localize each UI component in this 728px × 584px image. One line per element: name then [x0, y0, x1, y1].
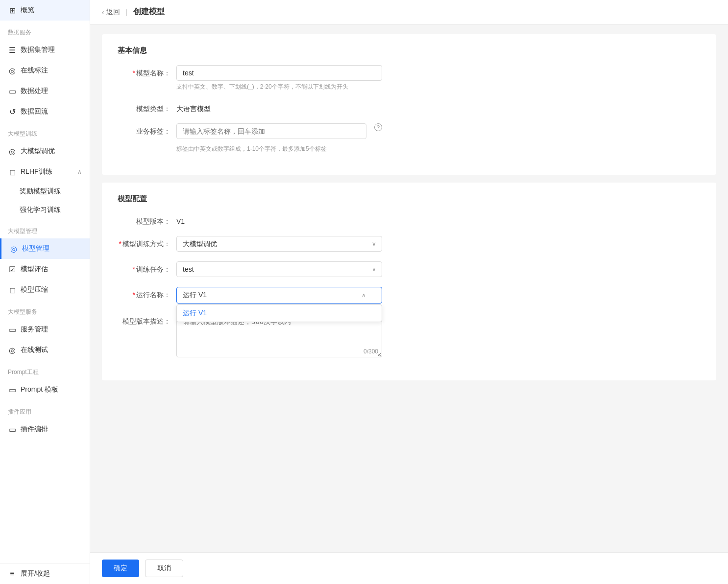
chevron-up-icon: ∧	[362, 292, 366, 299]
sidebar-sub-label: 奖励模型训练	[20, 187, 61, 195]
sidebar-item-model-finetuning[interactable]: ◎ 大模型调优	[0, 141, 90, 162]
run-name-label: 运行名称：	[118, 287, 176, 300]
business-tag-help-icon[interactable]: ?	[374, 123, 382, 131]
sidebar-item-label: 模型压缩	[21, 285, 48, 294]
training-task-label: 训练任务：	[118, 261, 176, 274]
run-name-control: 运行 V1 ∧ 运行 V1	[176, 287, 382, 304]
rlhf-icon: ◻	[8, 167, 17, 176]
back-button[interactable]: ‹ 返回	[102, 8, 120, 17]
training-task-control: test	[176, 261, 382, 277]
model-name-input[interactable]	[176, 65, 382, 81]
model-name-control: 支持中英文、数字、下划线(_)，2-20个字符，不能以下划线为开头	[176, 65, 382, 91]
sidebar-item-data-processing[interactable]: ▭ 数据处理	[0, 81, 90, 101]
large-model-management-section: 大模型管理	[0, 219, 90, 238]
run-name-option[interactable]: 运行 V1	[177, 305, 382, 322]
sidebar-item-label: 数据集管理	[21, 46, 55, 54]
sidebar-item-overview[interactable]: ⊞ 概览	[0, 0, 90, 21]
page-title: 创建模型	[133, 7, 165, 17]
model-version-desc-label: 模型版本描述：	[118, 313, 176, 326]
sidebar-sub-label: 强化学习训练	[20, 206, 61, 213]
dataset-icon: ☰	[8, 46, 17, 54]
sidebar-item-service-management[interactable]: ▭ 服务管理	[0, 319, 90, 340]
run-name-selected: 运行 V1	[183, 291, 207, 300]
model-type-label: 模型类型：	[118, 101, 176, 114]
model-evaluation-icon: ☑	[8, 265, 17, 274]
prompt-section: Prompt工程	[0, 360, 90, 379]
model-version-value: V1	[176, 213, 185, 225]
training-task-row: 训练任务： test	[118, 261, 701, 277]
model-name-label: 模型名称：	[118, 65, 176, 78]
service-management-icon: ▭	[8, 325, 17, 334]
footer-bar: 确定 取消	[90, 552, 728, 584]
model-finetuning-icon: ◎	[8, 147, 17, 156]
sidebar-item-rlhf[interactable]: ◻ RLHF训练 ∧	[0, 162, 90, 182]
sidebar-item-online-test[interactable]: ◎ 在线测试	[0, 340, 90, 360]
training-task-select[interactable]: test	[176, 261, 382, 277]
sidebar-item-label: 数据处理	[21, 87, 48, 95]
sidebar-item-model-evaluation[interactable]: ☑ 模型评估	[0, 259, 90, 280]
sidebar-item-annotation[interactable]: ◎ 在线标注	[0, 60, 90, 81]
business-tag-label: 业务标签：	[118, 123, 176, 136]
sidebar: ⊞ 概览 数据服务 ☰ 数据集管理 ◎ 在线标注 ▭ 数据处理 ↺ 数据回流 大…	[0, 0, 90, 584]
business-tag-hint-row: 标签由中英文或数字组成，1-10个字符，最多添加5个标签	[118, 143, 701, 153]
sidebar-item-label: 模型评估	[21, 265, 48, 274]
sidebar-item-label: 展开/收起	[21, 569, 50, 578]
sidebar-item-reinforcement[interactable]: 强化学习训练	[0, 201, 90, 219]
data-service-section: 数据服务	[0, 21, 90, 40]
header-divider: |	[126, 8, 128, 16]
model-management-icon: ◎	[9, 244, 18, 253]
training-method-select[interactable]: 大模型调优	[176, 236, 382, 252]
sidebar-item-label: 插件编排	[21, 425, 48, 434]
sidebar-item-reward-model[interactable]: 奖励模型训练	[0, 182, 90, 201]
model-compression-icon: ◻	[8, 285, 17, 294]
run-name-dropdown-menu: 运行 V1	[176, 304, 382, 322]
run-name-row: 运行名称： 运行 V1 ∧ 运行 V1	[118, 287, 701, 304]
cancel-button[interactable]: 取消	[145, 560, 183, 577]
main-area: ‹ 返回 | 创建模型 基本信息 模型名称： 支持中英文、数字、下划线(_)，2…	[90, 0, 728, 584]
model-version-row: 模型版本： V1	[118, 213, 701, 226]
annotation-icon: ◎	[8, 66, 17, 75]
model-config-title: 模型配置	[118, 194, 701, 204]
content-spacer	[102, 388, 716, 418]
online-test-icon: ◎	[8, 346, 17, 354]
basic-info-section: 基本信息 模型名称： 支持中英文、数字、下划线(_)，2-20个字符，不能以下划…	[102, 34, 716, 175]
sidebar-item-label: 概览	[21, 6, 34, 15]
expand-icon: ≡	[8, 569, 17, 578]
sidebar-item-dataset[interactable]: ☰ 数据集管理	[0, 40, 90, 60]
model-version-label: 模型版本：	[118, 213, 176, 226]
model-name-row: 模型名称： 支持中英文、数字、下划线(_)，2-20个字符，不能以下划线为开头	[118, 65, 701, 91]
sidebar-item-prompt-template[interactable]: ▭ Prompt 模板	[0, 379, 90, 400]
training-method-label: 模型训练方式：	[118, 236, 176, 249]
sidebar-item-data-reflux[interactable]: ↺ 数据回流	[0, 101, 90, 122]
back-label: 返回	[106, 8, 120, 17]
run-name-dropdown-trigger[interactable]: 运行 V1 ∧	[176, 287, 382, 304]
model-config-section: 模型配置 模型版本： V1 模型训练方式： 大模型调优 训练任务：	[102, 183, 716, 380]
sidebar-item-model-compression[interactable]: ◻ 模型压缩	[0, 280, 90, 300]
plugin-icon: ▭	[8, 425, 17, 434]
basic-info-title: 基本信息	[118, 46, 701, 55]
sidebar-item-model-management[interactable]: ◎ 模型管理	[0, 238, 90, 259]
model-type-value: 大语言模型	[176, 101, 211, 114]
textarea-resize-icon: ⤡	[377, 352, 381, 358]
sidebar-item-label: 模型管理	[22, 244, 49, 253]
large-model-service-section: 大模型服务	[0, 300, 90, 319]
sidebar-item-label: RLHF训练	[21, 167, 52, 176]
business-tag-input[interactable]	[176, 123, 366, 139]
business-tag-row: 业务标签： ?	[118, 123, 701, 139]
large-model-training-section: 大模型训练	[0, 122, 90, 141]
data-reflux-icon: ↺	[8, 107, 17, 116]
model-type-row: 模型类型： 大语言模型	[118, 101, 701, 114]
main-header: ‹ 返回 | 创建模型	[90, 0, 728, 24]
training-method-control: 大模型调优	[176, 236, 382, 252]
back-arrow-icon: ‹	[102, 8, 104, 16]
main-content: 基本信息 模型名称： 支持中英文、数字、下划线(_)，2-20个字符，不能以下划…	[90, 24, 728, 584]
confirm-button[interactable]: 确定	[102, 560, 139, 577]
sidebar-item-plugin-editor[interactable]: ▭ 插件编排	[0, 419, 90, 440]
data-processing-icon: ▭	[8, 87, 17, 95]
plugin-section: 插件应用	[0, 400, 90, 419]
sidebar-item-label: Prompt 模板	[21, 385, 58, 394]
overview-icon: ⊞	[8, 6, 17, 15]
business-tag-hint: 标签由中英文或数字组成，1-10个字符，最多添加5个标签	[176, 145, 327, 153]
sidebar-item-expand-collapse[interactable]: ≡ 展开/收起	[0, 563, 90, 584]
sidebar-item-label: 在线测试	[21, 346, 48, 354]
